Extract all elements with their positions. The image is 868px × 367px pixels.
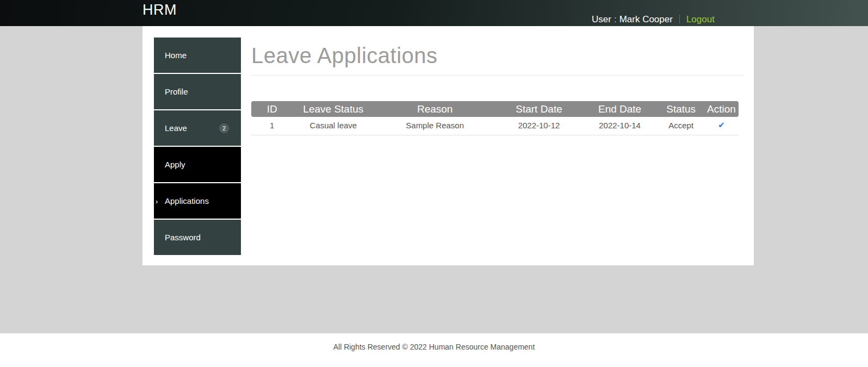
sidebar-item-applications[interactable]: ›Applications bbox=[154, 183, 241, 219]
main-content: Leave Applications IDLeave StatusReasonS… bbox=[251, 26, 744, 135]
vertical-divider bbox=[679, 15, 680, 23]
column-header-reason: Reason bbox=[374, 101, 496, 117]
sidebar-item-label: Applications bbox=[165, 196, 209, 206]
topbar: HRM User:Mark Cooper Logout bbox=[0, 0, 868, 26]
content-panel: HomeProfileLeave2Apply›ApplicationsPassw… bbox=[142, 26, 754, 265]
table-row: 1Casual leaveSample Reason2022-10-122022… bbox=[251, 117, 739, 135]
table-cell: 2022-10-12 bbox=[496, 117, 582, 135]
table-cell: Accept bbox=[658, 117, 704, 135]
sidebar-item-label: Home bbox=[165, 51, 187, 60]
title-divider bbox=[251, 75, 744, 76]
column-header-start-date: Start Date bbox=[496, 101, 582, 117]
column-header-leave-status: Leave Status bbox=[293, 101, 374, 117]
user-label: User bbox=[592, 14, 611, 24]
sidebar-item-apply[interactable]: Apply bbox=[154, 147, 241, 182]
sidebar-item-label: Apply bbox=[165, 160, 185, 169]
logout-link[interactable]: Logout bbox=[686, 14, 715, 25]
sidebar-item-password[interactable]: Password bbox=[154, 220, 241, 255]
app-brand: HRM bbox=[142, 2, 177, 18]
sidebar-item-label: Leave bbox=[165, 123, 187, 133]
table-cell: Casual leave bbox=[293, 117, 374, 135]
column-header-action: Action bbox=[704, 101, 739, 117]
table-header-row: IDLeave StatusReasonStart DateEnd DateSt… bbox=[251, 101, 739, 117]
check-icon[interactable]: ✔ bbox=[718, 120, 725, 129]
user-name: Mark Cooper bbox=[619, 14, 673, 24]
sidebar: HomeProfileLeave2Apply›ApplicationsPassw… bbox=[154, 38, 241, 256]
topbar-user-area: User:Mark Cooper Logout bbox=[592, 14, 715, 25]
sidebar-item-profile[interactable]: Profile bbox=[154, 74, 241, 109]
footer-text: All Rights Reserved © 2022 Human Resourc… bbox=[333, 343, 535, 351]
leave-count-badge: 2 bbox=[219, 123, 229, 133]
leave-applications-table: IDLeave StatusReasonStart DateEnd DateSt… bbox=[251, 101, 739, 135]
column-header-id: ID bbox=[251, 101, 293, 117]
table-cell: Sample Reason bbox=[374, 117, 496, 135]
sidebar-item-label: Profile bbox=[165, 87, 188, 96]
table-cell: 2022-10-14 bbox=[582, 117, 658, 135]
chevron-right-icon: › bbox=[156, 197, 158, 204]
page-background: HomeProfileLeave2Apply›ApplicationsPassw… bbox=[0, 26, 868, 333]
action-cell: ✔ bbox=[704, 117, 739, 135]
table-cell: 1 bbox=[251, 117, 293, 135]
column-header-end-date: End Date bbox=[582, 101, 658, 117]
page-title: Leave Applications bbox=[251, 43, 744, 68]
sidebar-item-home[interactable]: Home bbox=[154, 38, 241, 73]
footer: All Rights Reserved © 2022 Human Resourc… bbox=[0, 333, 868, 367]
sidebar-item-leave[interactable]: Leave2 bbox=[154, 110, 241, 146]
user-label-colon: : bbox=[611, 14, 619, 24]
user-info: User:Mark Cooper bbox=[592, 14, 673, 25]
sidebar-item-label: Password bbox=[165, 233, 201, 242]
column-header-status: Status bbox=[658, 101, 704, 117]
